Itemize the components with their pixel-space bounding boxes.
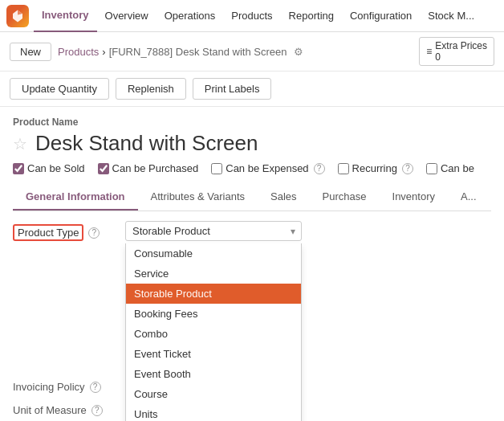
dropdown-item-course[interactable]: Course	[126, 384, 301, 404]
breadcrumb-bar: New Products › [FURN_7888] Desk Stand wi…	[0, 32, 504, 72]
nav-item-stockm[interactable]: Stock M...	[420, 0, 482, 32]
product-type-select-wrapper: Storable Product	[125, 221, 302, 241]
gear-icon[interactable]: ⚙	[294, 46, 303, 58]
product-title: Desk Stand with Screen	[35, 131, 258, 156]
invoicing-policy-help-icon: ?	[90, 382, 101, 393]
can-be-purchased-checkbox[interactable]: Can be Purchased	[98, 162, 199, 174]
dropdown-item-event-ticket[interactable]: Event Ticket	[126, 344, 301, 364]
recurring-help-icon: ?	[402, 163, 413, 174]
can-be-expensed-checkbox[interactable]: Can be Expensed ?	[211, 162, 324, 174]
breadcrumb-separator: ›	[102, 46, 105, 58]
product-type-dropdown: Consumable Service Storable Product Book…	[125, 243, 302, 421]
product-name-label: Product Name	[13, 116, 491, 128]
dropdown-item-combo[interactable]: Combo	[126, 324, 301, 344]
tab-attributes-variants[interactable]: Attributes & Variants	[138, 184, 258, 210]
print-labels-button[interactable]: Print Labels	[193, 78, 272, 100]
dropdown-item-service[interactable]: Service	[126, 264, 301, 284]
replenish-button[interactable]: Replenish	[116, 78, 186, 100]
invoicing-policy-label-text: Invoicing Policy	[13, 381, 85, 393]
checkboxes-row: Can be Sold Can be Purchased Can be Expe…	[13, 162, 491, 174]
product-type-label-text: Product Type	[13, 224, 83, 241]
tab-general-information[interactable]: General Information	[13, 184, 138, 210]
breadcrumb-left: New Products › [FURN_7888] Desk Stand wi…	[10, 43, 303, 61]
product-name-row: ☆ Desk Stand with Screen	[13, 131, 491, 156]
breadcrumb: Products › [FURN_7888] Desk Stand with S…	[58, 46, 303, 58]
unit-of-measure-field-label: Unit of Measure ?	[13, 401, 125, 416]
unit-of-measure-help-icon: ?	[91, 405, 103, 416]
dropdown-item-event-booth[interactable]: Event Booth	[126, 364, 301, 384]
new-button[interactable]: New	[10, 43, 51, 61]
expensed-help-icon: ?	[314, 163, 325, 174]
can-be-extra-checkbox[interactable]: Can be	[426, 162, 474, 174]
nav-item-overview[interactable]: Overview	[97, 0, 156, 32]
nav-item-configuration[interactable]: Configuration	[342, 0, 420, 32]
invoicing-policy-field-label: Invoicing Policy ?	[13, 378, 125, 393]
dropdown-item-consumable[interactable]: Consumable	[126, 243, 301, 264]
extra-prices-label: Extra Prices	[435, 40, 487, 51]
nav-item-inventory[interactable]: Inventory	[34, 0, 97, 32]
tabs-row: General Information Attributes & Variant…	[13, 184, 491, 211]
extra-prices-button[interactable]: ≡ Extra Prices 0	[419, 37, 494, 66]
top-navigation: Inventory Overview Operations Products R…	[0, 0, 504, 32]
product-type-row: Product Type ? Storable Product Consumab…	[13, 221, 491, 241]
product-type-help-icon: ?	[88, 227, 100, 239]
product-form: Product Name ☆ Desk Stand with Screen Ca…	[0, 107, 504, 416]
dropdown-item-storable[interactable]: Storable Product	[126, 284, 301, 304]
product-type-field-label: Product Type ?	[13, 221, 125, 241]
product-type-select[interactable]: Storable Product	[125, 221, 302, 241]
breadcrumb-current: [FURN_7888] Desk Stand with Screen	[109, 46, 287, 58]
unit-of-measure-label-text: Unit of Measure	[13, 404, 87, 416]
nav-menu: Inventory Overview Operations Products R…	[34, 0, 482, 32]
extra-prices-count: 0	[435, 51, 487, 63]
nav-item-products[interactable]: Products	[223, 0, 280, 32]
action-bar: Update Quantity Replenish Print Labels	[0, 72, 504, 107]
nav-item-operations[interactable]: Operations	[156, 0, 224, 32]
favorite-star-icon[interactable]: ☆	[13, 134, 27, 153]
update-quantity-button[interactable]: Update Quantity	[10, 78, 109, 100]
can-be-sold-checkbox[interactable]: Can be Sold	[13, 162, 85, 174]
tab-sales[interactable]: Sales	[258, 184, 310, 210]
list-icon: ≡	[426, 46, 432, 57]
dropdown-item-units[interactable]: Units	[126, 404, 301, 421]
tab-extra[interactable]: A...	[448, 184, 490, 210]
app-logo[interactable]	[6, 5, 29, 27]
tab-purchase[interactable]: Purchase	[310, 184, 380, 210]
tab-inventory[interactable]: Inventory	[380, 184, 448, 210]
breadcrumb-products-link[interactable]: Products	[58, 46, 99, 58]
dropdown-item-booking-fees[interactable]: Booking Fees	[126, 304, 301, 324]
general-info-section: Product Type ? Storable Product Consumab…	[13, 211, 491, 416]
nav-item-reporting[interactable]: Reporting	[281, 0, 342, 32]
product-type-input[interactable]: Storable Product Consumable Service Stor…	[125, 221, 491, 241]
recurring-checkbox[interactable]: Recurring ?	[338, 162, 413, 174]
